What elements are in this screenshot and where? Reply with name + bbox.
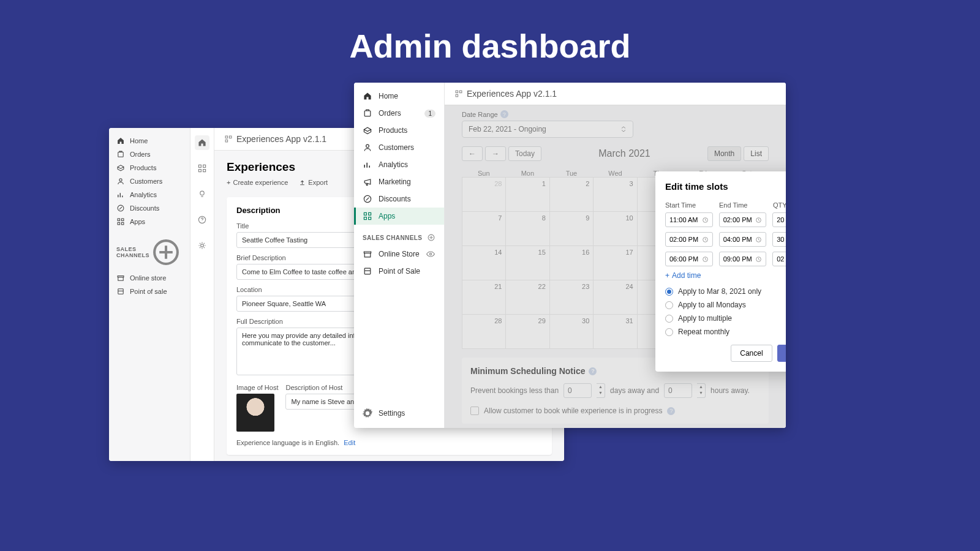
start-time-input[interactable]: 11:00 AM [665, 212, 713, 227]
clock-icon [702, 236, 709, 243]
end-time-input[interactable]: 02:00 PM [719, 212, 767, 227]
orders-icon [116, 150, 125, 159]
calendar-day[interactable]: 29 [506, 315, 549, 349]
cancel-button[interactable]: Cancel [731, 345, 772, 362]
sidebar-item-products[interactable]: Products [109, 161, 190, 174]
apply-option[interactable]: Apply to all Mondays [665, 301, 786, 309]
point-of-sale-icon [116, 287, 125, 296]
calendar-day[interactable]: 16 [550, 246, 594, 280]
sidebar-item-marketing[interactable]: Marketing [354, 173, 444, 190]
svg-rect-23 [369, 212, 371, 215]
sidebar-item-home[interactable]: Home [109, 134, 190, 148]
qty-input[interactable]: 20▲▼ [772, 212, 786, 227]
products-icon [116, 163, 125, 172]
add-time-button[interactable]: +Add time [665, 271, 786, 280]
calendar-day[interactable]: 3 [594, 178, 637, 212]
radio-icon[interactable] [665, 301, 673, 309]
sidebar-item-online-store[interactable]: Online Store [354, 246, 444, 263]
calendar-day[interactable]: 17 [594, 246, 637, 280]
eye-icon[interactable] [426, 249, 435, 259]
calendar-day[interactable]: 28 [462, 178, 506, 212]
svg-rect-6 [121, 222, 124, 225]
sidebar-item-apps[interactable]: Apps [109, 215, 190, 228]
help-icon[interactable]: ? [589, 367, 597, 375]
start-time-input[interactable]: 02:00 PM [665, 232, 713, 247]
plus-circle-icon[interactable] [427, 233, 435, 242]
sales-channels-heading: SALES CHANNELS [109, 228, 190, 271]
calendar-day[interactable]: 21 [462, 280, 506, 315]
qty-input[interactable]: 30▲▼ [772, 232, 786, 247]
sidebar-item-apps[interactable]: Apps [354, 208, 444, 225]
edit-language-link[interactable]: Edit [344, 439, 355, 446]
allow-booking-checkbox-row[interactable]: Allow customer to book while experience … [470, 407, 760, 415]
sidebar-item-orders[interactable]: Orders [109, 148, 190, 161]
apply-option[interactable]: Apply to multiple [665, 314, 786, 323]
calendar-day[interactable]: 1 [506, 178, 549, 212]
calendar-day[interactable]: 2 [550, 178, 594, 212]
end-time-input[interactable]: 09:00 PM [719, 252, 767, 266]
calendar-day[interactable]: 15 [506, 246, 549, 280]
calendar-day[interactable]: 31 [594, 315, 637, 349]
sidebar-item-analytics[interactable]: Analytics [354, 156, 444, 173]
rail-home-icon[interactable] [195, 135, 209, 150]
radio-icon[interactable] [665, 315, 673, 323]
radio-icon[interactable] [665, 328, 673, 336]
cal-next-button[interactable]: → [485, 146, 506, 161]
save-button[interactable]: Save [777, 345, 786, 362]
clock-icon [702, 217, 709, 223]
export-button[interactable]: Export [299, 179, 328, 186]
sidebar-item-discounts[interactable]: Discounts [109, 201, 190, 215]
analytics-icon [363, 160, 372, 170]
help-icon[interactable]: ? [667, 407, 675, 415]
plus-circle-icon[interactable] [149, 236, 183, 269]
svg-rect-24 [364, 217, 366, 220]
hours-input[interactable]: 0 [664, 383, 692, 398]
right-sidebar: HomeOrders1ProductsCustomersAnalyticsMar… [354, 83, 445, 428]
hours-stepper[interactable]: ▲▼ [697, 383, 706, 398]
sidebar-item-point-of-sale[interactable]: Point of Sale [354, 263, 444, 280]
cal-today-button[interactable]: Today [508, 146, 541, 161]
sidebar-item-customers[interactable]: Customers [354, 139, 444, 156]
sidebar-item-orders[interactable]: Orders1 [354, 105, 444, 122]
checkbox-icon[interactable] [470, 407, 479, 415]
sidebar-item-analytics[interactable]: Analytics [109, 188, 190, 201]
radio-icon[interactable] [665, 288, 673, 296]
cal-view-month[interactable]: Month [707, 146, 741, 161]
sidebar-item-products[interactable]: Products [354, 122, 444, 139]
qty-input[interactable]: 02▲▼ [772, 252, 786, 266]
calendar-day[interactable]: 23 [550, 280, 594, 315]
calendar-day[interactable]: 10 [594, 212, 637, 246]
rail-gear-icon[interactable] [195, 238, 209, 253]
cal-prev-button[interactable]: ← [462, 146, 483, 161]
sidebar-item-discounts[interactable]: Discounts [354, 190, 444, 208]
svg-point-27 [429, 253, 431, 255]
sidebar-item-customers[interactable]: Customers [109, 174, 190, 188]
calendar-day[interactable]: 24 [594, 280, 637, 315]
cal-view-list[interactable]: List [744, 146, 769, 161]
apply-option[interactable]: Apply to Mar 8, 2021 only [665, 287, 786, 296]
rail-help-icon[interactable] [195, 212, 209, 227]
help-icon[interactable]: ? [500, 110, 508, 118]
calendar-day[interactable]: 30 [550, 315, 594, 349]
mini-nav-rail [190, 128, 214, 461]
create-experience-button[interactable]: +Create experience [227, 179, 288, 186]
calendar-day[interactable]: 8 [506, 212, 549, 246]
apply-option[interactable]: Repeat monthly [665, 328, 786, 336]
svg-rect-12 [203, 170, 206, 172]
calendar-day[interactable]: 22 [506, 280, 549, 315]
date-range-select[interactable]: Feb 22, 2021 - Ongoing [462, 121, 633, 138]
days-stepper[interactable]: ▲▼ [597, 383, 605, 398]
calendar-day[interactable]: 9 [550, 212, 594, 246]
calendar-day[interactable]: 14 [462, 246, 506, 280]
days-input[interactable]: 0 [564, 383, 592, 398]
start-time-input[interactable]: 06:00 PM [665, 252, 713, 266]
end-time-input[interactable]: 04:00 PM [719, 232, 767, 247]
host-image[interactable] [236, 394, 274, 432]
sidebar-item-online-store[interactable]: Online store [109, 271, 190, 285]
calendar-day[interactable]: 28 [462, 315, 506, 349]
rail-bulb-icon[interactable] [195, 187, 209, 201]
calendar-day[interactable]: 7 [462, 212, 506, 246]
sidebar-item-point-of-sale[interactable]: Point of sale [109, 285, 190, 298]
rail-grid-icon[interactable] [195, 161, 209, 176]
sidebar-item-home[interactable]: Home [354, 88, 444, 105]
